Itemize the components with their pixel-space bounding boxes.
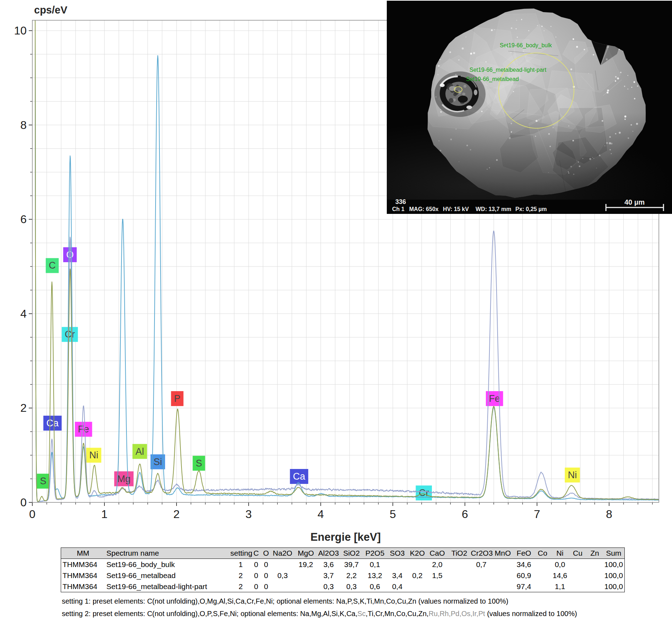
table-cell: 97,4 (514, 581, 534, 592)
sem-label-set19-66-body-bulk: Set19-66_body_bulk (500, 42, 552, 49)
x-tick-label: 7 (534, 508, 540, 521)
element-marker-cr: Cr (62, 327, 78, 342)
table-cell: 14,6 (551, 570, 569, 581)
table-cell (534, 559, 551, 570)
element-marker-ni: Ni (565, 468, 580, 482)
svg-text:Ca: Ca (293, 471, 305, 482)
svg-text:Al: Al (135, 446, 144, 457)
element-marker-c: C (46, 258, 59, 273)
table-cell: 0 (251, 570, 261, 581)
table-cell: 0,1 (363, 559, 387, 570)
composition-table: MMSpectrum namesettingCONa2OMgOAl2O3SiO2… (61, 548, 625, 592)
table-cell: 0 (261, 581, 271, 592)
element-marker-ni: Ni (86, 448, 102, 463)
table-cell: 13,2 (363, 570, 387, 581)
column-header-cu: Cu (569, 548, 587, 559)
column-header-p2o5: P2O5 (363, 548, 387, 559)
table-cell: 0,7 (471, 559, 492, 570)
x-tick-label: 4 (318, 508, 324, 521)
sem-image-inset: Set19-66_body_bulkSet19-66_metalbead-lig… (387, 1, 672, 214)
table-cell: 3,7 (318, 570, 340, 581)
table-cell: 2,2 (340, 570, 363, 581)
sem-label-set19-66-metalbead: Set19-66_metalbead (466, 76, 519, 82)
footnote-segment: setting 2: preset elements: C(not unfold… (62, 610, 357, 617)
y-tick-label: 0 (20, 496, 27, 509)
table-cell: 19,2 (294, 559, 318, 570)
column-header-mno: MnO (492, 548, 514, 559)
column-header-setting: setting (231, 548, 251, 559)
element-marker-al: Al (132, 444, 147, 459)
svg-text:Ni: Ni (89, 450, 98, 460)
table-row: THMM364Set19-66_metalbead-light-part2000… (61, 581, 625, 592)
y-tick-label: 8 (20, 119, 27, 131)
svg-text:P: P (174, 393, 180, 404)
svg-text:Si: Si (153, 457, 162, 467)
svg-text:Fe: Fe (489, 393, 500, 404)
table-cell: 0,2 (408, 570, 427, 581)
table-cell (471, 570, 492, 581)
table-cell: 0 (251, 559, 261, 570)
table-cell (294, 570, 318, 581)
table-cell (408, 581, 427, 592)
column-header-tio2: TiO2 (448, 548, 471, 559)
table-cell (492, 570, 514, 581)
column-header-co: Co (534, 548, 551, 559)
table-cell (534, 581, 551, 592)
table-cell: 0,3 (271, 570, 294, 581)
table-cell: THMM364 (61, 581, 105, 592)
column-header-mgo: MgO (294, 548, 318, 559)
svg-text:S: S (196, 458, 202, 469)
table-cell: 0 (261, 570, 271, 581)
column-header-cao: CaO (427, 548, 448, 559)
table-cell (534, 570, 551, 581)
table-cell: 0 (261, 559, 271, 570)
footnote-segment: Ru,Rh,Pd,Os,Ir,Pt (429, 610, 485, 617)
column-header-k2o: K2O (408, 548, 427, 559)
table-cell: 60,9 (514, 570, 534, 581)
footnote-segment: (values normalized to 100%) (485, 610, 577, 617)
table-cell (271, 559, 294, 570)
table-cell: 1 (231, 559, 251, 570)
svg-text:Cr: Cr (65, 329, 75, 340)
table-cell: 0,6 (363, 581, 387, 592)
table-cell: 34,6 (514, 559, 534, 570)
y-tick-label: 2 (20, 401, 27, 414)
sem-status-item: Ch 1 (392, 206, 405, 212)
sem-label-set19-66-metalbead-light-part: Set19-66_metalbead-light-part (470, 67, 546, 73)
column-header-o: O (261, 548, 271, 559)
table-cell: 39,7 (340, 559, 363, 570)
x-tick-label: 1 (101, 508, 108, 521)
column-header-ni: Ni (551, 548, 569, 559)
table-cell: 2 (231, 570, 251, 581)
table-cell: 0,4 (387, 581, 408, 592)
sem-micrograph (387, 1, 672, 214)
element-marker-s: S (193, 456, 205, 471)
svg-text:C: C (49, 260, 56, 271)
column-header-cr2o3: Cr2O3 (471, 548, 492, 559)
y-tick-label: 10 (14, 24, 27, 37)
svg-text:Ni: Ni (568, 470, 577, 480)
table-cell: 0,0 (551, 559, 569, 570)
x-tick-label: 5 (390, 508, 396, 521)
svg-text:Ca: Ca (47, 418, 59, 428)
column-header-spectrum-name: Spectrum name (105, 548, 231, 559)
x-tick-label: 8 (606, 508, 612, 521)
table-cell: 3,4 (387, 570, 408, 581)
y-tick-label: 6 (20, 213, 27, 226)
x-tick-label: 6 (462, 508, 468, 521)
element-marker-fe: Fe (75, 422, 92, 437)
x-tick-label: 2 (173, 508, 180, 521)
sem-scale-label: 40 µm (605, 198, 664, 206)
column-header-sio2: SiO2 (340, 548, 363, 559)
table-cell (294, 581, 318, 592)
sem-status-item: HV: 15 kV (443, 206, 469, 212)
table-cell (471, 581, 492, 592)
x-tick-label: 3 (245, 508, 252, 521)
footnote-line-1: setting 1: preset elements: C(not unfold… (62, 597, 508, 605)
table-cell: 1,5 (427, 570, 448, 581)
table-header-row: MMSpectrum namesettingCONa2OMgOAl2O3SiO2… (61, 548, 625, 559)
y-axis-title: cps/eV (34, 4, 67, 16)
table-cell (408, 559, 427, 570)
table-cell: 100,0 (603, 581, 625, 592)
table-cell: 2,0 (427, 559, 448, 570)
